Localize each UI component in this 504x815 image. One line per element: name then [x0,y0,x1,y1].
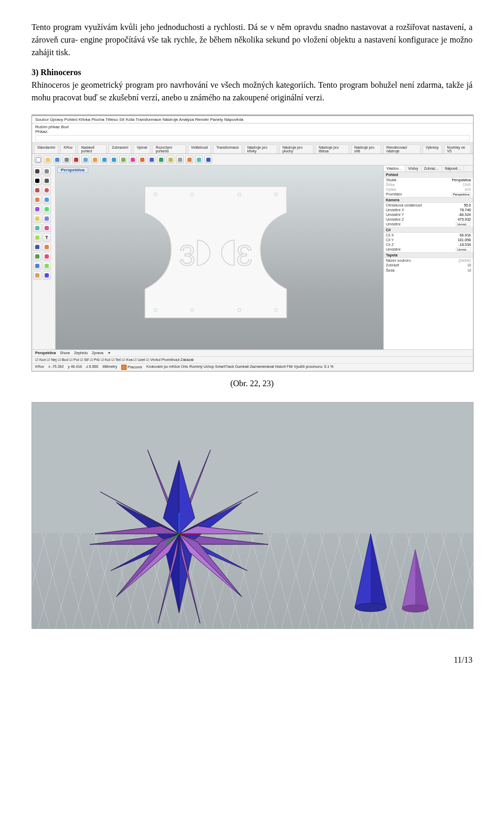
tab-vykresy[interactable]: Výkresy [423,145,442,153]
tab-krov[interactable]: KRov [60,145,76,153]
tb-help-icon[interactable] [204,156,212,163]
tb-copy-icon[interactable] [81,156,89,163]
tb-render-icon[interactable] [166,156,174,163]
rhino-command-input[interactable] [35,135,470,141]
lt-extrude-icon[interactable] [33,233,41,242]
lt-solid-icon[interactable] [43,214,51,223]
tb-misc3-icon[interactable] [138,156,146,163]
tb-undo-icon[interactable] [100,156,108,163]
rpane-nazev-v[interactable]: (žádné) [458,259,471,262]
lt-dim-icon[interactable] [33,243,41,251]
rpane-seda-cb[interactable]: ☑ [468,269,471,273]
tab-render[interactable]: Renderovací nástroje [383,145,421,153]
lt-join-icon[interactable] [33,252,41,261]
lt-curve-icon[interactable] [33,186,41,194]
status-layer[interactable]: KRov [35,365,44,370]
tb-misc4-icon[interactable] [148,156,155,163]
status-x: x -75.392 [48,365,64,370]
tb-redo-icon[interactable] [110,156,118,163]
tab-nastroje-telesa[interactable]: Nástroje pro tělesa [316,145,349,153]
lt-box-icon[interactable] [33,224,41,232]
rhino-main-toolbar[interactable] [32,154,473,166]
rhino-left-toolbox[interactable]: T [32,166,56,349]
tb-grid-icon[interactable] [176,156,184,163]
status-units[interactable]: Milimetry [102,365,117,370]
viewtab-add[interactable]: ✦ [108,351,111,355]
viewtab-shora[interactable]: Shora [60,351,70,355]
lt-text-icon[interactable]: T [43,233,51,242]
tb-misc2-icon[interactable] [129,156,136,163]
svg-point-41 [402,605,428,612]
lt-sphere-icon[interactable] [43,224,51,232]
rpane-cilz-v[interactable]: -18.534 [458,243,471,246]
lt-surface-icon[interactable] [33,214,41,223]
tb-misc1-icon[interactable] [119,156,127,163]
rhino-command-area[interactable]: Ruším příkaz Bod Příkaz: [32,123,473,143]
rhino-viewport[interactable]: Perspektiva 3 [56,166,383,349]
tab-rozvrzeni[interactable]: Rozvržení pohledů [152,145,185,153]
lt-point-icon[interactable] [33,177,41,185]
viewtab-zprava[interactable]: Zprava [92,351,103,355]
rpane-titulek-v[interactable]: Perspektiva [452,178,471,182]
rhino-status-bar[interactable]: KRov x -75.392 y 46.416 z 0.000 Milimetr… [32,363,473,371]
render-cone-1 [352,534,389,613]
lt-trim-icon[interactable] [43,243,51,251]
lt-scale-icon[interactable] [33,271,41,280]
lt-ellipse-icon[interactable] [43,205,51,213]
rhino-osnap-bar[interactable]: ☑ Kon ☑ Nej ☑ Bod ☑ Pol ☑ Stř ☑ Prů ☑ Ko… [32,356,473,363]
tb-misc5-icon[interactable] [157,156,165,163]
tab-nastroje-site[interactable]: Nástroje pro sítě [351,145,381,153]
rpane-tab-napoveda[interactable]: Nápově… [442,166,464,171]
rhino-properties-panel[interactable]: Vlastno… Vrstvy Zobraz… Nápově… Pohled T… [383,166,473,349]
tab-nastavit-pohled[interactable]: Nastavit pohled [78,145,107,153]
lt-move-icon[interactable] [33,262,41,270]
rpane-promitani-v[interactable]: Perspektiva [452,192,471,197]
tab-viditelnost[interactable]: Viditelnost [188,145,211,153]
lt-line-icon[interactable] [43,177,51,185]
rpane-tab-zobrazeni[interactable]: Zobraz… [422,166,443,171]
tb-save-icon[interactable] [53,156,61,163]
tab-zobrazeni[interactable]: Zobrazení [109,145,132,153]
tb-new-icon[interactable] [34,156,42,163]
tab-transformace[interactable]: Transformace [213,145,242,153]
lt-circle-icon[interactable] [43,186,51,194]
tab-nastroje-krivky[interactable]: Nástroje pro křivky [244,145,277,153]
rpane-zobrazit-cb[interactable]: ☑ [468,263,471,267]
rpane-umz-v[interactable]: 475.932 [458,218,471,221]
rpane-cilx-v[interactable]: 66.916 [460,233,471,237]
viewtab-zepredu[interactable]: Zepředu [74,351,88,355]
tb-paste-icon[interactable] [91,156,99,163]
lt-mirror-icon[interactable] [43,271,51,280]
tab-nastroje-plochy[interactable]: Nástroje pro plochy [279,145,313,153]
viewtab-perspektiva[interactable]: Perspektiva [35,351,56,355]
rpane-cily-v[interactable]: 101.058 [458,238,471,242]
tb-print-icon[interactable] [62,156,70,163]
lt-rect-icon[interactable] [43,195,51,204]
rpane-tab-vrstvy[interactable]: Vrstvy [405,166,421,171]
rhino-view-tabs[interactable]: Perspektiva Shora Zepředu Zprava ✦ [32,349,473,356]
lt-polygon-icon[interactable] [33,205,41,213]
rhino-menubar[interactable]: Soubor Úpravy Pohled Křivka Plocha Těles… [32,116,473,123]
tb-cplane-icon[interactable] [185,156,193,163]
status-pracovni[interactable]: Pracovní [121,365,142,370]
tb-cut-icon[interactable] [72,156,80,163]
lt-rotate-icon[interactable] [43,262,51,270]
tb-open-icon[interactable] [44,156,51,163]
status-rest[interactable]: Krokování po mřížce Orto Rovinný Uchop S… [146,365,334,370]
rpane-ohn-v[interactable]: 50.0 [464,203,471,207]
rhino-toolbar-tabs[interactable]: Standardní KRov Nastavit pohled Zobrazen… [32,143,473,154]
rpane-umisteni-btn[interactable]: Umísti… [456,222,471,226]
tab-standardni[interactable]: Standardní [34,145,58,153]
lt-explode-icon[interactable] [43,252,51,261]
lt-arrow-icon[interactable] [33,167,41,176]
rpane-umy-v[interactable]: -86.524 [458,213,471,216]
rpane-umx-v[interactable]: 78.740 [460,208,471,212]
tb-gumball-icon[interactable] [195,156,203,163]
rpane-tab-vlastnosti[interactable]: Vlastno… [384,166,405,171]
tab-novinky[interactable]: Novinky ve V5 [444,145,471,153]
tab-vybrat[interactable]: Vybrat [133,145,150,153]
lt-lasso-icon[interactable] [43,167,51,176]
viewport-title[interactable]: Perspektiva [57,167,88,173]
lt-arc-icon[interactable] [33,195,41,204]
rpane-cilum-btn[interactable]: Umísti… [456,247,471,252]
